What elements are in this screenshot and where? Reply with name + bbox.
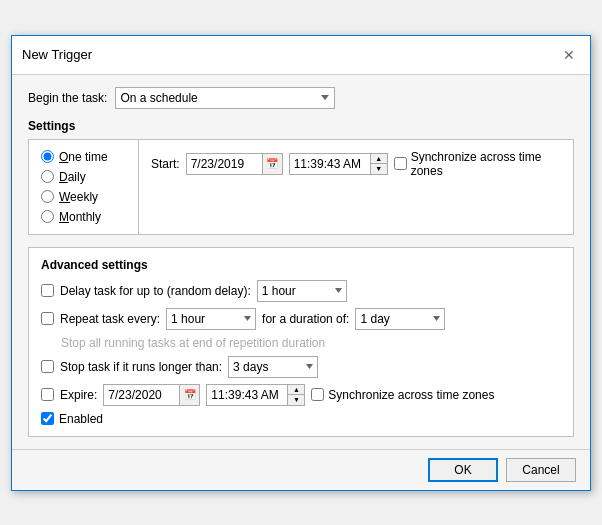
expire-time-field[interactable] [207,385,287,405]
start-time-spinners: ▲ ▼ [370,154,387,174]
expire-time-input: ▲ ▼ [206,384,305,406]
enabled-row: Enabled [41,412,561,426]
repeat-task-select[interactable]: 1 hour 5 minutes 10 minutes 15 minutes 3… [166,308,256,330]
begin-task-label: Begin the task: [28,91,107,105]
settings-box: One time Daily Weekly Monthly Star [28,139,574,235]
close-button[interactable]: ✕ [558,44,580,66]
stop-longer-select[interactable]: 3 days 30 minutes 1 hour 2 hours Indefin… [228,356,318,378]
sync-zones-checkbox[interactable] [394,157,407,170]
repeat-task-checkbox[interactable] [41,312,54,325]
start-date-picker-button[interactable]: 📅 [262,154,282,174]
delay-task-label[interactable]: Delay task for up to (random delay): [60,284,251,298]
delay-task-row: Delay task for up to (random delay): 1 h… [41,280,561,302]
expire-sync-zones-label[interactable]: Synchronize across time zones [328,388,494,402]
start-time-down-button[interactable]: ▼ [371,164,387,174]
title-bar: New Trigger ✕ [12,36,590,75]
delay-task-select[interactable]: 1 hour 30 minutes 2 hours 4 hours 8 hour… [257,280,347,302]
radio-daily[interactable]: Daily [41,170,126,184]
start-date-field[interactable] [187,154,262,174]
radio-weekly[interactable]: Weekly [41,190,126,204]
sync-zones-label[interactable]: Synchronize across time zones [411,150,561,178]
start-panel: Start: 📅 ▲ ▼ Synchronize ac [139,140,573,234]
stop-longer-label[interactable]: Stop task if it runs longer than: [60,360,222,374]
advanced-settings-section: Advanced settings Delay task for up to (… [28,247,574,437]
start-time-input: ▲ ▼ [289,153,388,175]
repeat-duration-label: for a duration of: [262,312,349,326]
settings-section-label: Settings [28,119,574,133]
schedule-type-panel: One time Daily Weekly Monthly [29,140,139,234]
start-row: Start: 📅 ▲ ▼ Synchronize ac [151,150,561,178]
dialog-title: New Trigger [22,47,92,62]
dialog-body: Begin the task: On a schedule At log on … [12,75,590,449]
advanced-settings-label: Advanced settings [41,258,561,272]
sync-zones-row: Synchronize across time zones [394,150,561,178]
cancel-button[interactable]: Cancel [506,458,576,482]
repeat-duration-select[interactable]: 1 day 15 minutes 30 minutes 1 hour Indef… [355,308,445,330]
stop-running-row: Stop all running tasks at end of repetit… [41,336,561,350]
start-time-field[interactable] [290,154,370,174]
stop-longer-row: Stop task if it runs longer than: 3 days… [41,356,561,378]
expire-row: Expire: 📅 ▲ ▼ Synchronize across time zo… [41,384,561,406]
begin-task-row: Begin the task: On a schedule At log on … [28,87,574,109]
expire-time-up-button[interactable]: ▲ [288,385,304,395]
start-time-up-button[interactable]: ▲ [371,154,387,164]
begin-task-select[interactable]: On a schedule At log on At startup On id… [115,87,335,109]
expire-time-down-button[interactable]: ▼ [288,395,304,405]
expire-label[interactable]: Expire: [60,388,97,402]
expire-sync-zones-row: Synchronize across time zones [311,388,494,402]
start-label: Start: [151,157,180,171]
stop-running-label: Stop all running tasks at end of repetit… [61,336,325,350]
stop-longer-checkbox[interactable] [41,360,54,373]
repeat-task-row: Repeat task every: 1 hour 5 minutes 10 m… [41,308,561,330]
expire-time-spinners: ▲ ▼ [287,385,304,405]
radio-one-time[interactable]: One time [41,150,126,164]
expire-date-picker-button[interactable]: 📅 [179,385,199,405]
dialog-footer: OK Cancel [12,449,590,490]
ok-button[interactable]: OK [428,458,498,482]
expire-date-input: 📅 [103,384,200,406]
expire-sync-zones-checkbox[interactable] [311,388,324,401]
start-date-input: 📅 [186,153,283,175]
new-trigger-dialog: New Trigger ✕ Begin the task: On a sched… [11,35,591,491]
expire-date-field[interactable] [104,385,179,405]
enabled-label[interactable]: Enabled [59,412,103,426]
enabled-checkbox[interactable] [41,412,54,425]
delay-task-checkbox[interactable] [41,284,54,297]
radio-monthly[interactable]: Monthly [41,210,126,224]
expire-checkbox[interactable] [41,388,54,401]
repeat-task-label[interactable]: Repeat task every: [60,312,160,326]
